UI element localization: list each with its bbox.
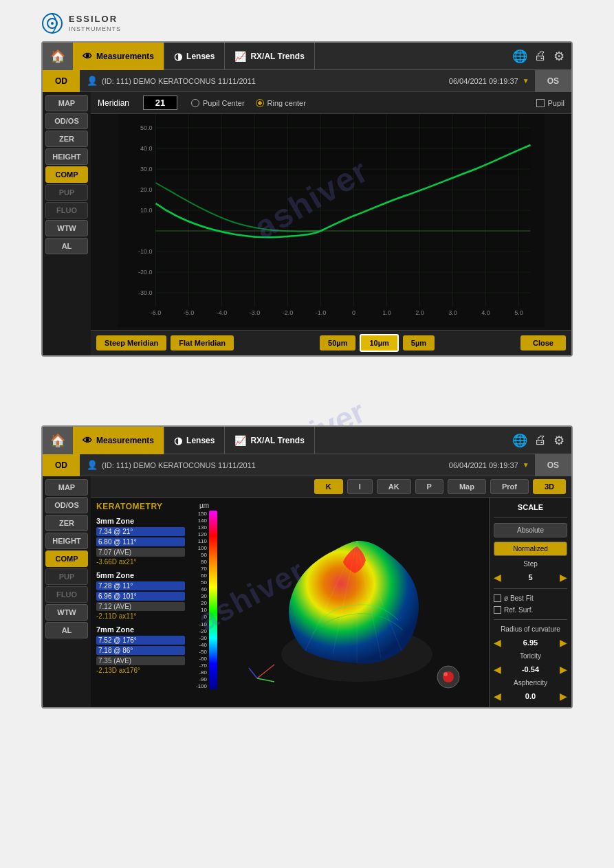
- i-tab[interactable]: I: [347, 479, 373, 494]
- sidebar-zer-1[interactable]: ZER: [45, 131, 88, 147]
- ref-surf-checkbox[interactable]: Ref. Surf.: [494, 606, 567, 614]
- pupil-center-circle: [191, 99, 199, 107]
- 3d-tab[interactable]: 3D: [533, 479, 566, 494]
- settings-icon-1[interactable]: ⚙: [553, 49, 564, 64]
- sidebar-fluo-2: FLUO: [45, 586, 88, 603]
- logo-text: ESSILOR INSTRUMENTS: [69, 14, 121, 34]
- ring-center-radio[interactable]: Ring center: [256, 99, 306, 107]
- measurements-tab-1[interactable]: 👁 Measurements: [73, 43, 164, 70]
- sidebar-wtw-2[interactable]: WTW: [45, 604, 88, 621]
- svg-line-47: [257, 665, 274, 678]
- pupil-checkbox[interactable]: Pupil: [536, 99, 564, 107]
- sidebar-zer-2[interactable]: ZER: [45, 515, 88, 531]
- radius-left-arrow[interactable]: ◀: [494, 637, 501, 648]
- step-left-arrow[interactable]: ◀: [494, 572, 501, 583]
- flat-meridian-btn[interactable]: Flat Meridian: [171, 335, 234, 350]
- sidebar-odos-2[interactable]: OD/OS: [45, 497, 88, 513]
- panel-1: 🏠 👁 Measurements ◑ Lenses 📈 RX/AL Trends…: [41, 41, 573, 357]
- home-icon-1: 🏠: [50, 49, 65, 64]
- settings-icon-2[interactable]: ⚙: [553, 433, 564, 448]
- nav-bar-1: 🏠 👁 Measurements ◑ Lenses 📈 RX/AL Trends…: [43, 43, 571, 70]
- steep-meridian-btn[interactable]: Steep Meridian: [96, 335, 166, 350]
- sidebar-2: MAP OD/OS ZER HEIGHT COMP PUP FLUO WTW A…: [43, 476, 91, 707]
- sidebar-map-2[interactable]: MAP: [45, 479, 88, 496]
- toricity-left-arrow[interactable]: ◀: [494, 664, 501, 675]
- sidebar-odos-1[interactable]: OD/OS: [45, 113, 88, 129]
- trends-tab-1[interactable]: 📈 RX/AL Trends: [225, 43, 314, 70]
- measurements-icon-2: 👁: [83, 435, 92, 446]
- sidebar-height-2[interactable]: HEIGHT: [45, 533, 88, 549]
- step-value: 5: [501, 573, 560, 581]
- radius-title: Radius of curvature: [494, 625, 567, 633]
- patient-icon-1: 👤: [87, 76, 98, 86]
- svg-point-52: [443, 672, 448, 676]
- trends-label-2: RX/AL Trends: [250, 436, 304, 445]
- zone-5mm-title: 5mm Zone: [96, 571, 185, 579]
- nav-right-1: 🌐 🖨 ⚙: [512, 49, 571, 64]
- step-label: Step: [494, 560, 567, 568]
- os-tab-1[interactable]: OS: [535, 70, 571, 92]
- pupil-center-label: Pupil Center: [203, 99, 245, 107]
- print-icon-1[interactable]: 🖨: [534, 49, 547, 63]
- lenses-tab-1[interactable]: ◑ Lenses: [164, 43, 225, 70]
- radius-right-arrow[interactable]: ▶: [560, 637, 567, 648]
- svg-text:1.0: 1.0: [382, 309, 391, 316]
- globe-icon-2[interactable]: 🌐: [512, 433, 527, 448]
- scale-10-btn[interactable]: 10µm: [360, 334, 398, 352]
- p-tab[interactable]: P: [415, 479, 443, 494]
- globe-icon-1[interactable]: 🌐: [512, 49, 527, 64]
- absolute-btn[interactable]: Absolute: [494, 523, 567, 537]
- sidebar-height-1[interactable]: HEIGHT: [45, 148, 88, 165]
- patient-info-1: 👤 (ID: 111) DEMO KERATOCONUS 11/11/2011: [80, 76, 449, 86]
- home-button-1[interactable]: 🏠: [43, 43, 73, 70]
- home-button-2[interactable]: 🏠: [43, 427, 73, 454]
- sidebar-map-1[interactable]: MAP: [45, 95, 88, 111]
- step-row: ◀ 5 ▶: [494, 572, 567, 583]
- kerato-main: KERATOMETRY 3mm Zone 7.34 @ 21° 6.80 @ 1…: [91, 498, 571, 707]
- scale-panel-title: SCALE: [494, 503, 567, 511]
- map-tab[interactable]: Map: [448, 479, 486, 494]
- k-tab[interactable]: K: [314, 479, 343, 494]
- os-tab-2[interactable]: OS: [535, 454, 571, 476]
- svg-text:30.0: 30.0: [140, 166, 153, 173]
- print-icon-2[interactable]: 🖨: [534, 433, 547, 447]
- measurements-label-2: Measurements: [96, 436, 154, 445]
- ak-tab[interactable]: AK: [377, 479, 411, 494]
- panel-2: 🏠 👁 Measurements ◑ Lenses 📈 RX/AL Trends…: [41, 425, 573, 709]
- measurements-tab-2[interactable]: 👁 Measurements: [73, 427, 164, 454]
- z5-r4: -2.11D ax11°: [96, 612, 185, 620]
- svg-text:2.0: 2.0: [415, 309, 424, 316]
- lenses-tab-2[interactable]: ◑ Lenses: [164, 427, 225, 454]
- asphericity-right-arrow[interactable]: ▶: [560, 691, 567, 702]
- normalized-btn[interactable]: Normalized: [494, 542, 567, 556]
- sidebar-comp-1[interactable]: COMP: [45, 166, 88, 183]
- sidebar-comp-2[interactable]: COMP: [45, 550, 88, 567]
- z7-r3: 7.35 (AVE): [96, 656, 185, 665]
- toricity-right-arrow[interactable]: ▶: [560, 664, 567, 675]
- asphericity-left-arrow[interactable]: ◀: [494, 691, 501, 702]
- best-fit-checkbox[interactable]: ø Best Fit: [494, 594, 567, 602]
- od-tab-1[interactable]: OD: [43, 70, 80, 92]
- scale-50-btn[interactable]: 50µm: [320, 335, 355, 350]
- close-btn-1[interactable]: Close: [520, 335, 566, 350]
- sidebar-wtw-1[interactable]: WTW: [45, 220, 88, 236]
- trends-label-1: RX/AL Trends: [250, 52, 304, 61]
- prof-tab[interactable]: Prof: [490, 479, 529, 494]
- pupil-center-radio[interactable]: Pupil Center: [191, 99, 245, 107]
- trends-icon-1: 📈: [234, 51, 246, 62]
- svg-text:-10.0: -10.0: [138, 248, 153, 255]
- asphericity-value: 0.0: [501, 692, 560, 700]
- sidebar-al-1[interactable]: AL: [45, 238, 88, 254]
- radius-row: ◀ 6.95 ▶: [494, 637, 567, 648]
- lenses-icon-2: ◑: [174, 435, 182, 446]
- 3d-view: [218, 498, 489, 707]
- svg-text:-20.0: -20.0: [138, 269, 153, 276]
- od-tab-2[interactable]: OD: [43, 454, 80, 476]
- scale-5-btn[interactable]: 5µm: [403, 335, 435, 350]
- trends-tab-2[interactable]: 📈 RX/AL Trends: [225, 427, 314, 454]
- svg-text:-5.0: -5.0: [184, 309, 195, 316]
- sidebar-al-2[interactable]: AL: [45, 622, 88, 638]
- dropdown-arrow-1[interactable]: ▼: [523, 77, 529, 85]
- step-right-arrow[interactable]: ▶: [560, 572, 567, 583]
- dropdown-arrow-2[interactable]: ▼: [523, 461, 529, 469]
